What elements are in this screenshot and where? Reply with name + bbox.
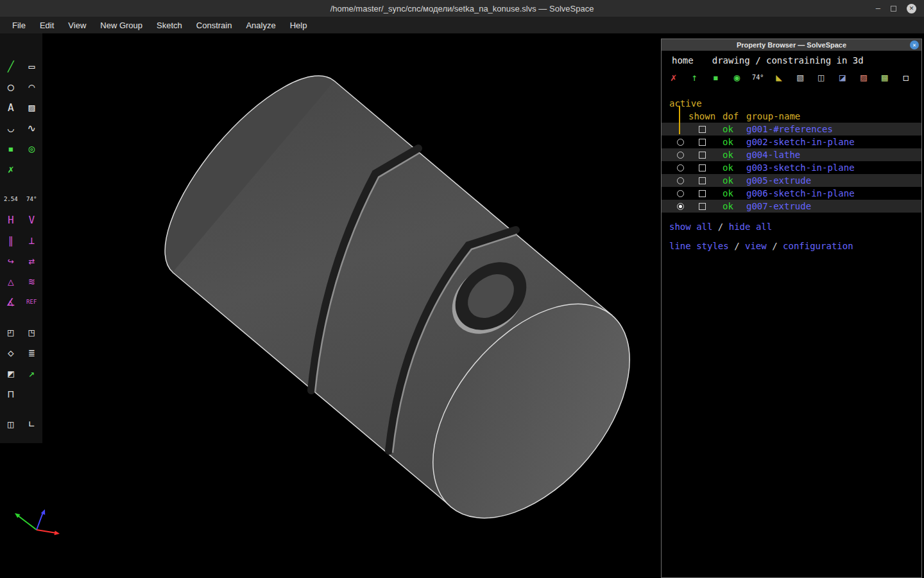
show-hide-links: show all / hide all [662,220,921,233]
mode-label[interactable]: drawing / constraining in 3d [712,55,864,66]
text-tool-icon[interactable]: A [1,98,21,117]
toolbar-row: △≋ [1,271,41,292]
group-name-link[interactable]: g003-sketch-in-plane [744,162,921,173]
view-link[interactable]: view [745,241,767,251]
toggle-dimensions-icon[interactable]: 74° [750,69,766,85]
group-active-radio[interactable] [677,152,684,159]
group-shown-checkbox[interactable] [699,190,706,197]
translate-group-icon[interactable]: ◇ [1,343,21,362]
toggle-mesh-icon[interactable]: ◪ [834,69,850,85]
arc-tool-icon[interactable]: ◠ [22,77,42,96]
toggle-hidden-lines-icon[interactable]: ▨ [855,69,871,85]
parallel-constraint-icon[interactable]: ∥ [1,231,21,250]
rectangle-tool-icon[interactable]: ▭ [22,57,42,76]
lathe-group-icon[interactable]: ◳ [22,322,42,342]
group-shown-checkbox[interactable] [699,126,706,133]
toggle-construction-icon[interactable]: ◉ [729,69,745,85]
link-file-icon[interactable]: ◫ [1,414,21,434]
group-dof: ok [718,162,744,173]
menu-constrain[interactable]: Constrain [189,17,239,33]
group-active-radio[interactable] [677,203,684,210]
group-name-link[interactable]: g004-lathe [744,150,921,160]
configuration-link[interactable]: configuration [783,241,853,251]
toggle-occluded-icon[interactable]: ◻ [898,69,914,85]
group-active-radio[interactable] [677,164,684,171]
construction-tool-icon[interactable]: ◎ [22,139,42,158]
extrude-group-icon[interactable]: ◰ [1,322,21,342]
menu-edit[interactable]: Edit [33,17,61,33]
toggle-faces-icon[interactable]: ▩ [877,69,893,85]
group-dof: ok [718,175,744,186]
group-row: okg004-lathe [662,148,921,161]
parallel-curves-constraint-icon[interactable]: ≋ [22,272,42,291]
toolbar-row: ◯◠ [1,76,41,97]
line-styles-link[interactable]: line styles [669,241,729,251]
menu-view[interactable]: View [61,17,93,33]
corner-icon[interactable]: ∟ [22,414,42,434]
toggle-shaded-icon[interactable]: ▧ [792,69,809,85]
bezier-tool-icon[interactable]: ∿ [22,118,42,137]
coincident-constraint-icon[interactable]: ⇄ [22,251,42,270]
group-name-link[interactable]: g001-#references [744,124,921,134]
close-button[interactable]: ✕ [907,4,916,13]
perpendicular-constraint-icon[interactable]: ⊥ [22,231,42,250]
group-shown-cell [695,126,718,133]
maximize-button[interactable] [891,6,896,12]
show-all-link[interactable]: show all [669,222,712,232]
window-controls: – ✕ [876,4,916,13]
group-shown-checkbox[interactable] [699,152,706,159]
vertical-constraint-icon[interactable]: V [22,210,42,229]
group-shown-checkbox[interactable] [699,139,706,146]
toggle-outlines-icon[interactable]: ◣ [771,69,787,85]
group-shown-checkbox[interactable] [699,203,706,210]
bounding-box-icon[interactable]: ⊓ [1,384,21,403]
line-segment-tool-icon[interactable]: ╱ [1,57,21,76]
menu-sketch[interactable]: Sketch [150,17,189,33]
toolbar-empty-cell [22,384,42,403]
group-name-link[interactable]: g002-sketch-in-plane [744,137,921,147]
menu-file[interactable]: File [5,17,33,33]
group-rows: okg001-#referencesokg002-sketch-in-plane… [662,123,921,213]
group-active-radio[interactable] [677,139,684,146]
equal-constraint-icon[interactable]: △ [1,272,21,291]
property-browser-close-button[interactable]: ✕ [910,40,919,49]
toolbar-row: ◡∿ [1,118,41,138]
reference-dimension-icon[interactable]: REF [22,292,42,311]
group-name-link[interactable]: g006-sketch-in-plane [744,188,921,198]
circle-tool-icon[interactable]: ◯ [1,77,21,96]
group-active-radio[interactable] [677,177,684,184]
step-rotate-group-icon[interactable]: ≣ [22,343,42,362]
menu-help[interactable]: Help [283,17,314,33]
group-active-radio[interactable] [677,190,684,197]
sketch-in-plane-icon[interactable]: ◩ [1,363,21,383]
group-name-link[interactable]: g005-extrude [744,175,921,186]
distance-constraint-icon[interactable]: 2.54 [1,189,21,209]
other-angle-constraint-icon[interactable]: ∡ [1,292,21,311]
group-active-cell [665,164,695,171]
datum-point-tool-icon[interactable]: ▪ [1,139,21,158]
home-link[interactable]: home [672,55,694,66]
angle-constraint-icon[interactable]: 74° [22,189,42,209]
toggle-points-icon[interactable]: ▪ [708,69,724,85]
toggle-normals-icon[interactable]: ↑ [687,69,703,85]
minimize-button[interactable]: – [876,5,880,12]
hide-all-link[interactable]: hide all [729,222,772,232]
group-name-link[interactable]: g007-extrude [744,201,921,211]
group-shown-checkbox[interactable] [699,177,706,184]
menu-new-group[interactable]: New Group [93,17,150,33]
image-tool-icon[interactable]: ▨ [22,98,42,117]
horizontal-constraint-icon[interactable]: H [1,210,21,229]
toggle-workplanes-icon[interactable]: ✗ [665,69,681,85]
group-dof: ok [718,201,744,211]
workspace: ╱▭◯◠A▨◡∿▪◎✗2.5474°HV∥⊥↪⇄△≋∡REF◰◳◇≣◩↗⊓◫∟ … [0,33,924,578]
split-curves-tool-icon[interactable]: ✗ [1,159,21,179]
menu-analyze[interactable]: Analyze [239,17,282,33]
toggle-edges-icon[interactable]: ◫ [813,69,829,85]
sketch-in-3d-icon[interactable]: ↗ [22,363,42,383]
tangent-constraint-icon[interactable]: ↪ [1,251,21,270]
model-cylinder[interactable] [136,49,668,554]
property-browser-titlebar[interactable]: Property Browser — SolveSpace ✕ [662,39,921,51]
group-shown-checkbox[interactable] [699,164,706,171]
tangent-arc-tool-icon[interactable]: ◡ [1,118,21,137]
toolbar-row: ◫∟ [1,414,41,434]
